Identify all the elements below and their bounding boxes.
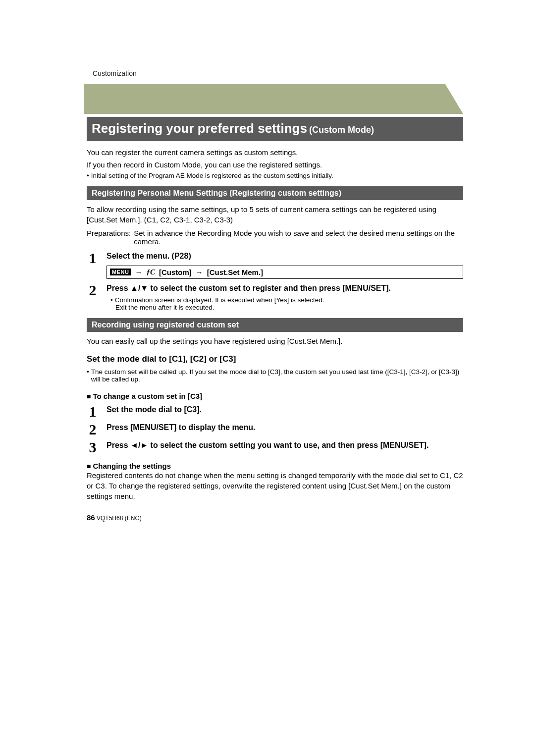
change-steps: 1 Set the mode dial to [C3]. 2 Press [ME… [87, 404, 463, 455]
changing-settings-title: Changing the settings [93, 462, 171, 470]
set-mode-dial-heading: Set the mode dial to [C1], [C2] or [C3] [87, 354, 463, 364]
menu-badge-icon: MENU [110, 269, 131, 275]
page-footer: 86 VQT5H68 (ENG) [87, 513, 463, 522]
subheading-recording: Recording using registered custom set [87, 318, 463, 332]
page-header: Customization [87, 84, 463, 114]
step-number: 1 [87, 404, 99, 419]
preparations: Preparations: Set in advance the Recordi… [87, 229, 463, 246]
changing-settings-section: ■Changing the settings Registered conten… [87, 462, 463, 501]
step-2-title: Press ▲/▼ to select the custom set to re… [107, 283, 463, 294]
subheading-register: Registering Personal Menu Settings (Regi… [87, 186, 463, 200]
page-subtitle: (Custom Mode) [309, 125, 374, 135]
step-number: 2 [87, 422, 99, 437]
change-custom-set-heading: ■To change a custom set in [C3] [87, 392, 463, 400]
mode-dial-note: • The custom set will be called up. If y… [87, 368, 463, 383]
fc-icon: ƒC [146, 268, 155, 276]
square-bullet-icon: ■ [87, 392, 91, 400]
changing-settings-body: Registered contents do not change when t… [87, 470, 463, 501]
step-number: 2 [87, 283, 99, 298]
step-2-notes: •Confirmation screen is displayed. It is… [110, 296, 463, 311]
change-step-1: 1 Set the mode dial to [C3]. [87, 404, 463, 419]
step-2: 2 Press ▲/▼ to select the custom set to … [87, 283, 463, 312]
recording-intro: You can easily call up the settings you … [87, 336, 463, 346]
register-steps: 1 Select the menu. (P28) MENU → ƒC[Custo… [87, 251, 463, 311]
manual-page: Customization Registering your preferred… [0, 0, 535, 756]
square-bullet-icon: ■ [87, 462, 91, 470]
change-step-2: 2 Press [MENU/SET] to display the menu. [87, 422, 463, 437]
step-number: 3 [87, 440, 99, 455]
section-breadcrumb: Customization [93, 69, 137, 77]
preparations-text: Set in advance the Recording Mode you wi… [134, 229, 463, 246]
register-description: To allow recording using the same settin… [87, 204, 463, 225]
intro-line-1: You can register the current camera sett… [87, 147, 463, 158]
step-1-title: Select the menu. (P28) [107, 251, 463, 262]
header-accent [84, 84, 463, 114]
change-step-3: 3 Press ◄/► to select the custom setting… [87, 440, 463, 455]
doc-id: VQT5H68 (ENG) [97, 515, 142, 522]
intro-line-2: If you then record in Custom Mode, you c… [87, 160, 463, 170]
arrow-icon: → [135, 268, 142, 276]
arrow-icon: → [196, 268, 203, 276]
intro-bullet: • Initial setting of the Program AE Mode… [87, 172, 463, 179]
menu-path: MENU → ƒC[Custom] → [Cust.Set Mem.] [107, 266, 463, 279]
step-number: 1 [87, 251, 99, 266]
step-1: 1 Select the menu. (P28) MENU → ƒC[Custo… [87, 251, 463, 280]
page-title-bar: Registering your preferred settings (Cus… [87, 117, 463, 141]
preparations-label: Preparations: [87, 229, 131, 246]
page-number: 86 [87, 513, 95, 522]
page-title: Registering your preferred settings [92, 121, 307, 136]
